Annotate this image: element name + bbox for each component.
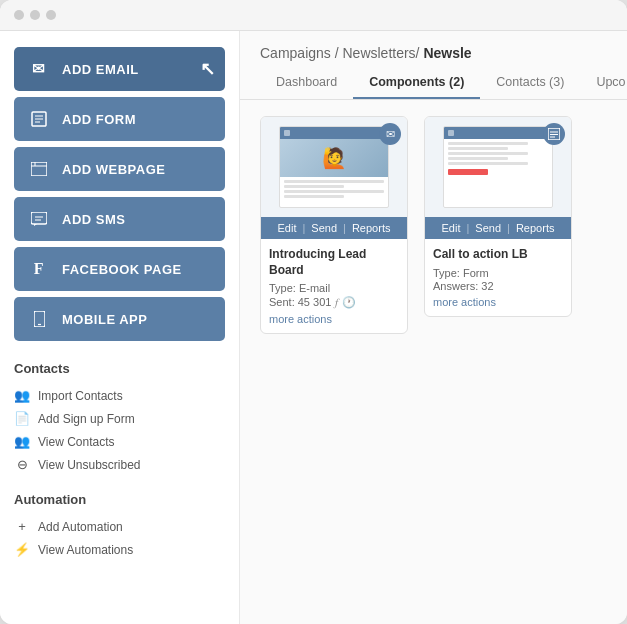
- card-email-sent: Sent: 45 301: [269, 296, 331, 308]
- stat-facebook-icon: 𝑓: [335, 296, 338, 309]
- card-email-send[interactable]: Send: [311, 222, 337, 234]
- card-form-type-icon: [543, 123, 565, 145]
- add-form-button[interactable]: ADD FORM: [14, 97, 225, 141]
- add-form-label: ADD FORM: [62, 112, 136, 127]
- card-email-edit[interactable]: Edit: [278, 222, 297, 234]
- add-webpage-label: ADD WEBPAGE: [62, 162, 165, 177]
- thumb-header-form: [444, 127, 552, 139]
- browser-titlebar: [0, 0, 627, 31]
- card-email-type: Type: E-mail: [269, 282, 399, 294]
- card-thumb-inner-form: [443, 126, 553, 208]
- contacts-section: Contacts 👥 Import Contacts 📄 Add Sign up…: [0, 349, 239, 480]
- email-icon: ✉: [28, 58, 50, 80]
- thumb-header-email: [280, 127, 388, 139]
- card-form-reports[interactable]: Reports: [516, 222, 555, 234]
- thumb-body-email: [280, 177, 388, 207]
- facebook-icon: f: [28, 258, 50, 280]
- facebook-page-button[interactable]: f FACEBOOK PAGE: [14, 247, 225, 291]
- import-contacts-label: Import Contacts: [38, 389, 123, 403]
- contacts-section-title: Contacts: [14, 361, 225, 376]
- card-form-edit[interactable]: Edit: [442, 222, 461, 234]
- add-signup-form-link[interactable]: 📄 Add Sign up Form: [14, 407, 225, 430]
- main-content: Campaigns / Newsletters/ Newsle Dashboar…: [240, 31, 627, 624]
- tab-dashboard[interactable]: Dashboard: [260, 67, 353, 99]
- add-webpage-button[interactable]: ADD WEBPAGE: [14, 147, 225, 191]
- add-email-button[interactable]: ✉ ADD EMAIL ↖: [14, 47, 225, 91]
- view-contacts-icon: 👥: [14, 434, 30, 449]
- thumb-line-3: [284, 190, 384, 193]
- breadcrumb: Campaigns / Newsletters/ Newsle: [240, 31, 627, 67]
- breadcrumb-text: Campaigns / Newsletters/: [260, 45, 423, 61]
- browser-dot-3: [46, 10, 56, 20]
- breadcrumb-bold: Newsle: [423, 45, 471, 61]
- tab-components[interactable]: Components (2): [353, 67, 480, 99]
- cards-area: 🙋 ✉ Edit | Send: [240, 100, 627, 624]
- add-automation-label: Add Automation: [38, 520, 123, 534]
- cursor-icon: ↖: [200, 58, 216, 80]
- card-email-more[interactable]: more actions: [269, 313, 399, 325]
- tabs-bar: Dashboard Components (2) Contacts (3) Up…: [240, 67, 627, 100]
- card-email-title: Introducing Lead Board: [269, 247, 399, 278]
- card-email-sep-1: |: [303, 222, 306, 234]
- thumb-line-2: [284, 185, 344, 188]
- card-form-sep-1: |: [467, 222, 470, 234]
- card-form-sep-2: |: [507, 222, 510, 234]
- card-form-type: Type: Form: [433, 267, 563, 279]
- thumb-form-line-3: [448, 152, 528, 155]
- add-automation-link[interactable]: + Add Automation: [14, 515, 225, 538]
- thumb-form-body: [444, 139, 552, 207]
- card-thumbnail-form: [425, 117, 571, 217]
- thumb-image-email: 🙋: [280, 139, 388, 177]
- browser-dot-2: [30, 10, 40, 20]
- card-thumb-inner-email: 🙋: [279, 126, 389, 208]
- card-form-more[interactable]: more actions: [433, 296, 563, 308]
- browser-window: ✉ ADD EMAIL ↖ ADD FORM: [0, 0, 627, 624]
- view-contacts-label: View Contacts: [38, 435, 114, 449]
- webpage-icon: [28, 158, 50, 180]
- sidebar-buttons: ✉ ADD EMAIL ↖ ADD FORM: [0, 31, 239, 349]
- thumb-header-dot-form: [448, 130, 454, 136]
- card-email-info: Introducing Lead Board Type: E-mail Sent…: [261, 239, 407, 333]
- add-signup-label: Add Sign up Form: [38, 412, 135, 426]
- stat-twitter-icon: 🕐: [342, 296, 356, 309]
- card-form-title: Call to action LB: [433, 247, 563, 263]
- card-form-actions-bar: Edit | Send | Reports: [425, 217, 571, 239]
- mobile-app-label: MOBILE APP: [62, 312, 147, 327]
- view-unsubscribed-label: View Unsubscribed: [38, 458, 141, 472]
- facebook-page-label: FACEBOOK PAGE: [62, 262, 182, 277]
- automation-section: Automation + Add Automation ⚡ View Autom…: [0, 480, 239, 565]
- view-automations-link[interactable]: ⚡ View Automations: [14, 538, 225, 561]
- thumb-line-1: [284, 180, 384, 183]
- card-form-send[interactable]: Send: [475, 222, 501, 234]
- thumb-form-line-4: [448, 157, 508, 160]
- import-contacts-link[interactable]: 👥 Import Contacts: [14, 384, 225, 407]
- mobile-app-button[interactable]: MOBILE APP: [14, 297, 225, 341]
- unsubscribed-icon: ⊖: [14, 457, 30, 472]
- thumb-line-4: [284, 195, 344, 198]
- automation-section-title: Automation: [14, 492, 225, 507]
- card-email-actions-bar: Edit | Send | Reports: [261, 217, 407, 239]
- card-email-stats: Sent: 45 301 𝑓 🕐: [269, 296, 399, 309]
- add-email-label: ADD EMAIL: [62, 62, 139, 77]
- svg-rect-7: [31, 212, 47, 224]
- browser-dot-1: [14, 10, 24, 20]
- signup-form-icon: 📄: [14, 411, 30, 426]
- view-automations-label: View Automations: [38, 543, 133, 557]
- card-email-type-icon: ✉: [379, 123, 401, 145]
- sms-icon: [28, 208, 50, 230]
- view-contacts-link[interactable]: 👥 View Contacts: [14, 430, 225, 453]
- add-sms-button[interactable]: ADD SMS: [14, 197, 225, 241]
- view-unsubscribed-link[interactable]: ⊖ View Unsubscribed: [14, 453, 225, 476]
- card-email-reports[interactable]: Reports: [352, 222, 391, 234]
- app-content: ✉ ADD EMAIL ↖ ADD FORM: [0, 31, 627, 624]
- tab-upcoming[interactable]: Upco: [580, 67, 627, 99]
- form-icon: [28, 108, 50, 130]
- thumb-form-line-5: [448, 162, 528, 165]
- card-form-info: Call to action LB Type: Form Answers: 32…: [425, 239, 571, 316]
- sidebar: ✉ ADD EMAIL ↖ ADD FORM: [0, 31, 240, 624]
- thumb-form-btn: [448, 169, 488, 175]
- thumb-header-dot: [284, 130, 290, 136]
- add-automation-icon: +: [14, 519, 30, 534]
- tab-contacts[interactable]: Contacts (3): [480, 67, 580, 99]
- svg-rect-4: [31, 162, 47, 176]
